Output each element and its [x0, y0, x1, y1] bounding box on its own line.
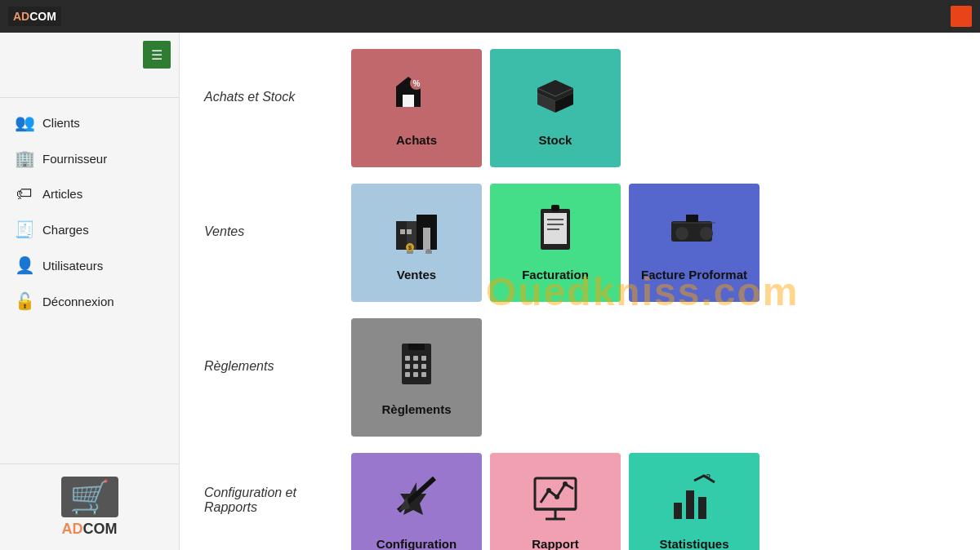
svg-rect-24 [405, 356, 410, 361]
section-label-reglements: Règlements [204, 318, 335, 374]
tile-label-achats: Achats [396, 133, 437, 147]
sidebar-header: ☰ [0, 33, 179, 77]
sidebar: ☰ 👥Clients🏢Fournisseur🏷Articles🧾Charges👤… [0, 33, 180, 550]
tile-label-ventes: Ventes [397, 268, 436, 282]
svg-point-38 [546, 488, 551, 493]
svg-rect-25 [413, 356, 418, 361]
configuration-icon [392, 474, 441, 530]
section-reglements: RèglementsRèglements [204, 318, 956, 437]
tile-statistiques[interactable]: $Statistiques [629, 453, 760, 550]
tile-facturation[interactable]: Facturation [490, 184, 621, 302]
nav-label-fournisseur: Fournisseur [42, 152, 107, 166]
svg-rect-33 [408, 344, 425, 350]
logo-box: ADCOM [8, 7, 61, 26]
svg-rect-27 [405, 364, 410, 369]
tiles-ventes: $VentesFacturationFacture Proformat [351, 184, 760, 302]
svg-rect-31 [413, 372, 418, 377]
nav-label-utilisateurs: Utilisateurs [42, 259, 103, 273]
svg-rect-30 [405, 372, 410, 377]
achats-icon: % [392, 70, 441, 126]
section-label-ventes: Ventes [204, 184, 335, 239]
sidebar-item-clients[interactable]: 👥Clients [0, 104, 179, 140]
tile-label-rapport: Rapport [532, 537, 579, 551]
svg-rect-43 [698, 497, 706, 519]
facturation-icon [531, 205, 580, 261]
stock-icon [531, 70, 580, 126]
svg-rect-18 [551, 205, 559, 211]
menu-button[interactable]: ☰ [143, 41, 171, 69]
tile-label-stock: Stock [539, 133, 572, 147]
ventes-icon: $ [392, 205, 441, 261]
facture-proformat-icon [670, 205, 719, 261]
charges-icon: 🧾 [15, 220, 34, 239]
sidebar-item-articles[interactable]: 🏷Articles [0, 176, 179, 211]
tiles-config-rapports: ConfigurationRapport$Statistiques [351, 453, 760, 550]
sidebar-item-deconnexion[interactable]: 🔓Déconnexion [0, 283, 179, 319]
nav-items: 👥Clients🏢Fournisseur🏷Articles🧾Charges👤Ut… [0, 98, 179, 464]
svg-rect-42 [686, 490, 694, 519]
statistiques-icon: $ [670, 474, 719, 530]
tile-label-facturation: Facturation [522, 268, 589, 282]
footer-logo-text: ADCOM [62, 521, 118, 538]
deconnexion-icon: 🔓 [15, 291, 34, 311]
logo-text: ADCOM [13, 10, 56, 23]
svg-rect-22 [686, 215, 698, 223]
svg-rect-34 [535, 478, 576, 509]
sidebar-item-charges[interactable]: 🧾Charges [0, 211, 179, 247]
section-config-rapports: Configuration etRapportsConfigurationRap… [204, 453, 956, 550]
tile-label-facture-proformat: Facture Proformat [641, 268, 747, 282]
tile-ventes[interactable]: $Ventes [351, 184, 482, 302]
tiles-reglements: Règlements [351, 318, 482, 437]
close-button[interactable] [951, 6, 972, 27]
nav-label-articles: Articles [42, 187, 82, 201]
svg-rect-7 [400, 229, 405, 234]
svg-rect-26 [421, 356, 426, 361]
utilisateurs-icon: 👤 [15, 255, 34, 275]
nav-label-deconnexion: Déconnexion [42, 295, 114, 308]
footer-logo-icon: 🛒 [61, 477, 118, 517]
footer-logo: 🛒 ADCOM [61, 477, 118, 538]
svg-rect-6 [423, 228, 430, 250]
nav-label-charges: Charges [42, 223, 89, 237]
sidebar-footer: 🛒 ADCOM [0, 464, 179, 550]
tile-reglements[interactable]: Règlements [351, 318, 482, 437]
sidebar-item-fournisseur[interactable]: 🏢Fournisseur [0, 140, 179, 176]
fournisseur-icon: 🏢 [15, 149, 34, 168]
svg-text:$: $ [704, 474, 710, 481]
section-achats-stock: Achats et Stock%AchatsStock [204, 49, 956, 167]
svg-text:$: $ [408, 245, 412, 251]
tile-label-statistiques: Statistiques [659, 537, 728, 551]
nav-label-clients: Clients [42, 116, 80, 130]
tile-rapport[interactable]: Rapport [490, 453, 621, 550]
svg-rect-41 [674, 503, 682, 519]
tile-stock[interactable]: Stock [490, 49, 621, 167]
title-bar: ADCOM [0, 0, 980, 33]
reglements-icon [392, 339, 441, 396]
svg-rect-32 [421, 372, 426, 377]
svg-point-40 [563, 481, 568, 486]
svg-rect-29 [421, 364, 426, 369]
articles-icon: 🏷 [15, 184, 34, 203]
svg-point-39 [555, 495, 559, 499]
content-area: Ouedkniss.comAchats et Stock%AchatsStock… [180, 33, 980, 550]
app-logo: ADCOM [8, 7, 61, 26]
main-layout: ☰ 👥Clients🏢Fournisseur🏷Articles🧾Charges👤… [0, 33, 980, 550]
svg-text:%: % [413, 79, 421, 88]
section-label-config-rapports: Configuration etRapports [204, 453, 335, 515]
svg-rect-0 [403, 95, 414, 107]
svg-rect-8 [407, 229, 412, 234]
svg-point-21 [700, 227, 713, 240]
svg-rect-28 [413, 364, 418, 369]
section-label-achats-stock: Achats et Stock [204, 49, 335, 104]
user-info [0, 77, 179, 98]
clients-icon: 👥 [15, 113, 34, 132]
tile-label-configuration: Configuration [376, 537, 457, 551]
tile-facture-proformat[interactable]: Facture Proformat [629, 184, 760, 302]
svg-point-20 [675, 227, 688, 240]
tile-configuration[interactable]: Configuration [351, 453, 482, 550]
sidebar-item-utilisateurs[interactable]: 👤Utilisateurs [0, 247, 179, 283]
rapport-icon [531, 474, 580, 530]
tiles-achats-stock: %AchatsStock [351, 49, 621, 167]
tile-achats[interactable]: %Achats [351, 49, 482, 167]
tile-label-reglements: Règlements [381, 402, 451, 416]
